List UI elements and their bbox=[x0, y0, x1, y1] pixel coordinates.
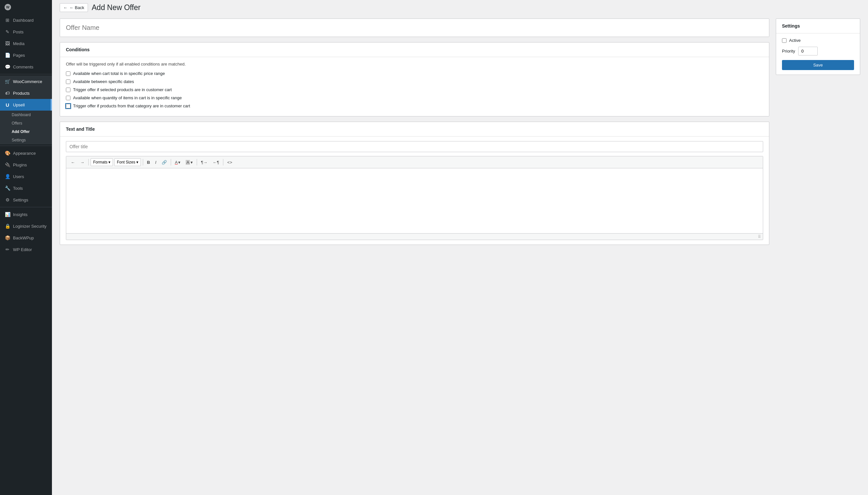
sidebar-item-backwpup[interactable]: 📦 BackWPup bbox=[0, 232, 52, 244]
sidebar-item-products[interactable]: 🏷 Products bbox=[0, 87, 52, 99]
resize-handle-icon: ⠿ bbox=[758, 235, 761, 239]
code-button[interactable]: <> bbox=[225, 159, 234, 166]
rtl-icon: ←¶ bbox=[213, 160, 219, 165]
sidebar-item-settings[interactable]: ⚙ Settings bbox=[0, 194, 52, 206]
condition-row-price: Available when cart total is in specific… bbox=[66, 71, 763, 76]
sidebar-item-posts[interactable]: ✎ Posts bbox=[0, 26, 52, 38]
sidebar-item-tools[interactable]: 🔧 Tools bbox=[0, 182, 52, 194]
offer-title-input[interactable] bbox=[66, 141, 763, 152]
condition-checkbox-quantity[interactable] bbox=[66, 96, 70, 100]
plugins-icon: 🔌 bbox=[4, 162, 11, 168]
sidebar-item-wpeditor[interactable]: ✏ WP Editor bbox=[0, 244, 52, 255]
formats-label: Formats bbox=[93, 160, 107, 165]
insights-icon: 📊 bbox=[4, 211, 11, 217]
sidebar-item-comments[interactable]: 💬 Comments bbox=[0, 61, 52, 73]
condition-row-dates: Available between specific dates bbox=[66, 79, 763, 84]
save-button[interactable]: Save bbox=[782, 60, 854, 70]
condition-row-products: Trigger offer if selected products are i… bbox=[66, 87, 763, 92]
font-color-chevron-icon: ▾ bbox=[178, 160, 181, 165]
editor-undo-button[interactable]: ← bbox=[69, 159, 77, 166]
active-checkbox[interactable] bbox=[782, 38, 786, 43]
sidebar-sub-dashboard[interactable]: Dashboard bbox=[0, 110, 52, 119]
toolbar-separator-1 bbox=[88, 159, 89, 166]
conditions-description: Offer will be triggered only if all enab… bbox=[66, 62, 763, 67]
tools-icon: 🔧 bbox=[4, 185, 11, 191]
sidebar-item-label: Posts bbox=[13, 30, 24, 34]
ltr-button[interactable]: ¶→ bbox=[199, 159, 210, 166]
sidebar-divider-2 bbox=[0, 146, 52, 146]
condition-checkbox-price[interactable] bbox=[66, 71, 70, 76]
sidebar-item-woocommerce[interactable]: 🛒 WooCommerce bbox=[0, 75, 52, 87]
conditions-card: Conditions Offer will be triggered only … bbox=[60, 42, 769, 117]
appearance-icon: 🎨 bbox=[4, 150, 11, 156]
conditions-body: Offer will be triggered only if all enab… bbox=[60, 57, 769, 116]
main-content: ← ← Back Add New Offer Conditions Offer … bbox=[52, 0, 868, 495]
sidebar-item-plugins[interactable]: 🔌 Plugins bbox=[0, 159, 52, 171]
sidebar-item-upsell[interactable]: U Upsell bbox=[0, 99, 52, 110]
editor-body[interactable] bbox=[66, 168, 763, 233]
priority-input[interactable] bbox=[798, 47, 818, 55]
toolbar-separator-5 bbox=[223, 159, 223, 166]
bg-color-button[interactable]: A ▾ bbox=[184, 159, 195, 166]
condition-label-quantity: Available when quantity of items in cart… bbox=[73, 96, 182, 100]
main-panel: Conditions Offer will be triggered only … bbox=[60, 18, 769, 245]
font-sizes-chevron-icon: ▾ bbox=[136, 160, 138, 165]
link-button[interactable]: 🔗 bbox=[160, 159, 169, 166]
sidebar-item-loginizer[interactable]: 🔒 Loginizer Security bbox=[0, 220, 52, 232]
italic-button[interactable]: I bbox=[153, 159, 158, 166]
sidebar-item-label: Media bbox=[13, 41, 24, 46]
font-color-button[interactable]: A ▾ bbox=[173, 159, 183, 166]
condition-label-category: Trigger offer if products from that cate… bbox=[73, 103, 190, 108]
condition-checkbox-products[interactable] bbox=[66, 88, 70, 92]
ltr-icon: ¶→ bbox=[201, 160, 207, 165]
sidebar-item-label: Loginizer Security bbox=[13, 224, 46, 229]
sidebar-item-users[interactable]: 👤 Users bbox=[0, 171, 52, 182]
upsell-icon: U bbox=[4, 102, 11, 108]
content-area: Conditions Offer will be triggered only … bbox=[52, 12, 868, 495]
page-header: ← ← Back Add New Offer bbox=[52, 0, 868, 12]
sidebar-item-label: Dashboard bbox=[13, 18, 34, 23]
font-sizes-label: Font Sizes bbox=[117, 160, 135, 165]
rtl-button[interactable]: ←¶ bbox=[211, 159, 221, 166]
priority-row: Priority bbox=[782, 47, 854, 55]
sidebar-item-media[interactable]: 🖼 Media bbox=[0, 38, 52, 49]
condition-checkbox-category[interactable] bbox=[66, 104, 70, 108]
condition-label-products: Trigger offer if selected products are i… bbox=[73, 87, 172, 92]
upsell-submenu: Dashboard Offers Add Offer Settings bbox=[0, 110, 52, 144]
sidebar-item-label: Products bbox=[13, 91, 30, 96]
sidebar-item-dashboard[interactable]: ⊞ Dashboard bbox=[0, 14, 52, 26]
sidebar-sub-settings[interactable]: Settings bbox=[0, 136, 52, 144]
bg-color-icon: A bbox=[186, 160, 190, 165]
text-title-body: ← → Formats ▾ Font Sizes ▾ bbox=[60, 137, 769, 244]
pages-icon: 📄 bbox=[4, 52, 11, 58]
editor-redo-button[interactable]: → bbox=[78, 159, 86, 166]
sidebar-divider-3 bbox=[0, 207, 52, 207]
sidebar-sub-offers[interactable]: Offers bbox=[0, 119, 52, 127]
sidebar-item-label: Tools bbox=[13, 186, 23, 191]
bold-button[interactable]: B bbox=[145, 159, 152, 166]
sidebar-item-insights[interactable]: 📊 Insights bbox=[0, 209, 52, 220]
formats-dropdown[interactable]: Formats ▾ bbox=[90, 158, 113, 166]
settings-card: Settings Active Priority Save bbox=[776, 18, 860, 75]
formats-chevron-icon: ▾ bbox=[108, 160, 110, 165]
editor-statusbar: ⠿ bbox=[66, 233, 763, 240]
wp-icon: W bbox=[4, 4, 11, 11]
sidebar-item-pages[interactable]: 📄 Pages bbox=[0, 49, 52, 61]
italic-icon: I bbox=[155, 160, 156, 165]
offer-name-input[interactable] bbox=[60, 19, 769, 37]
wpeditor-icon: ✏ bbox=[4, 246, 11, 252]
toolbar-separator-4 bbox=[197, 159, 197, 166]
toolbar-separator-2 bbox=[143, 159, 143, 166]
link-icon: 🔗 bbox=[162, 160, 167, 165]
font-sizes-dropdown[interactable]: Font Sizes ▾ bbox=[114, 158, 141, 166]
sidebar-item-label: Appearance bbox=[13, 151, 36, 156]
sidebar-item-label: Plugins bbox=[13, 163, 27, 167]
sidebar-sub-add-offer[interactable]: Add Offer bbox=[0, 127, 52, 136]
sidebar-item-appearance[interactable]: 🎨 Appearance bbox=[0, 147, 52, 159]
back-button[interactable]: ← ← Back bbox=[60, 3, 88, 12]
comments-icon: 💬 bbox=[4, 64, 11, 70]
condition-checkbox-dates[interactable] bbox=[66, 80, 70, 84]
woocommerce-icon: 🛒 bbox=[4, 79, 11, 84]
sidebar-item-label: Comments bbox=[13, 65, 33, 69]
sidebar: W ⊞ Dashboard ✎ Posts 🖼 Media 📄 Pages 💬 … bbox=[0, 0, 52, 495]
